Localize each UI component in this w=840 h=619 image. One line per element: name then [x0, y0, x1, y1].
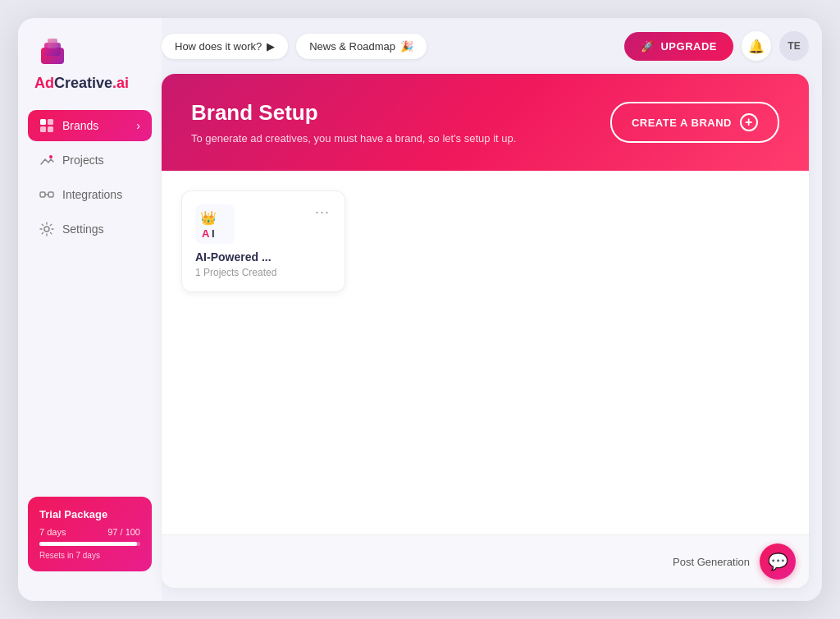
play-icon: ▶ — [267, 40, 275, 53]
svg-rect-4 — [48, 119, 53, 125]
notifications-button[interactable]: 🔔 — [742, 31, 771, 61]
svg-rect-3 — [40, 119, 46, 125]
main-content: How does it work? ▶ News & Roadmap 🎉 🚀 U… — [162, 18, 822, 601]
content-area: Brand Setup To generate ad creatives, yo… — [162, 74, 809, 588]
trial-credits: 97 / 100 — [107, 527, 140, 537]
trial-info-row: 7 days 97 / 100 — [39, 527, 140, 537]
projects-icon — [39, 153, 54, 167]
svg-rect-9 — [48, 192, 53, 197]
how-it-works-label: How does it work? — [175, 40, 262, 53]
sidebar-nav: Brands › Projects Integrations — [18, 110, 162, 497]
news-roadmap-label: News & Roadmap — [309, 40, 395, 53]
svg-text:I: I — [212, 227, 215, 240]
svg-point-7 — [49, 155, 52, 158]
svg-rect-2 — [48, 39, 57, 48]
svg-text:A: A — [202, 227, 210, 240]
trial-progress-bar-fill — [39, 542, 137, 546]
upgrade-label: UPGRADE — [660, 40, 717, 53]
trial-days: 7 days — [39, 527, 66, 537]
svg-rect-8 — [40, 192, 45, 197]
app-container: AdCreative.ai Brands › — [18, 18, 822, 601]
sidebar-item-integrations[interactable]: Integrations — [28, 179, 152, 210]
svg-text:👑: 👑 — [200, 210, 217, 226]
trial-reset-label: Resets in 7 days — [39, 551, 140, 560]
create-brand-button[interactable]: CREATE A BRAND + — [610, 102, 779, 143]
avatar-initials: TE — [788, 40, 800, 52]
brand-header: Brand Setup To generate ad creatives, yo… — [162, 74, 809, 171]
sidebar-item-settings[interactable]: Settings — [28, 213, 152, 245]
brands-arrow: › — [136, 119, 140, 132]
avatar-button[interactable]: TE — [779, 31, 809, 61]
rocket-icon: 🚀 — [641, 40, 655, 53]
chat-icon: 💬 — [768, 552, 788, 571]
create-brand-label: CREATE A BRAND — [632, 117, 732, 129]
brand-card-header: 👑 A I ··· — [195, 204, 331, 244]
trial-progress-bar-bg — [39, 542, 140, 546]
brand-setup-title: Brand Setup — [191, 100, 516, 126]
sidebar: AdCreative.ai Brands › — [18, 18, 162, 601]
bottom-bar: Post Generation 💬 — [162, 534, 809, 588]
brand-logo: 👑 A I — [195, 204, 235, 244]
sidebar-item-projects[interactable]: Projects — [28, 144, 152, 176]
brand-setup-subtitle: To generate ad creatives, you must have … — [191, 132, 516, 144]
upgrade-button[interactable]: 🚀 UPGRADE — [624, 32, 733, 61]
news-roadmap-button[interactable]: News & Roadmap 🎉 — [296, 34, 427, 59]
top-nav: How does it work? ▶ News & Roadmap 🎉 🚀 U… — [162, 31, 809, 74]
post-generation-label: Post Generation — [673, 556, 750, 568]
how-it-works-button[interactable]: How does it work? ▶ — [162, 34, 288, 59]
party-icon: 🎉 — [400, 40, 413, 53]
app-logo-text: AdCreative.ai — [34, 76, 129, 90]
logo-icon — [34, 34, 71, 71]
brand-projects-count: 1 Projects Created — [195, 267, 331, 278]
trial-package: Trial Package 7 days 97 / 100 Resets in … — [28, 497, 152, 571]
bell-icon: 🔔 — [748, 39, 765, 54]
svg-rect-5 — [40, 126, 46, 132]
brands-grid: 👑 A I ··· AI-Powered ... 1 Projects Crea… — [162, 171, 809, 534]
trial-title: Trial Package — [39, 508, 140, 520]
brand-more-button[interactable]: ··· — [313, 204, 331, 219]
logo-area: AdCreative.ai — [18, 34, 162, 110]
integrations-icon — [39, 187, 54, 202]
svg-point-10 — [44, 227, 49, 232]
plus-icon: + — [740, 113, 758, 131]
settings-icon — [39, 222, 54, 236]
brand-name: AI-Powered ... — [195, 250, 331, 264]
svg-rect-6 — [48, 126, 53, 132]
brand-header-left: Brand Setup To generate ad creatives, yo… — [191, 100, 516, 144]
brand-card[interactable]: 👑 A I ··· AI-Powered ... 1 Projects Crea… — [181, 190, 345, 292]
brand-logo-svg: 👑 A I — [197, 206, 233, 242]
brands-icon — [39, 118, 54, 133]
sidebar-item-brands[interactable]: Brands › — [28, 110, 152, 141]
chat-button[interactable]: 💬 — [760, 543, 796, 580]
